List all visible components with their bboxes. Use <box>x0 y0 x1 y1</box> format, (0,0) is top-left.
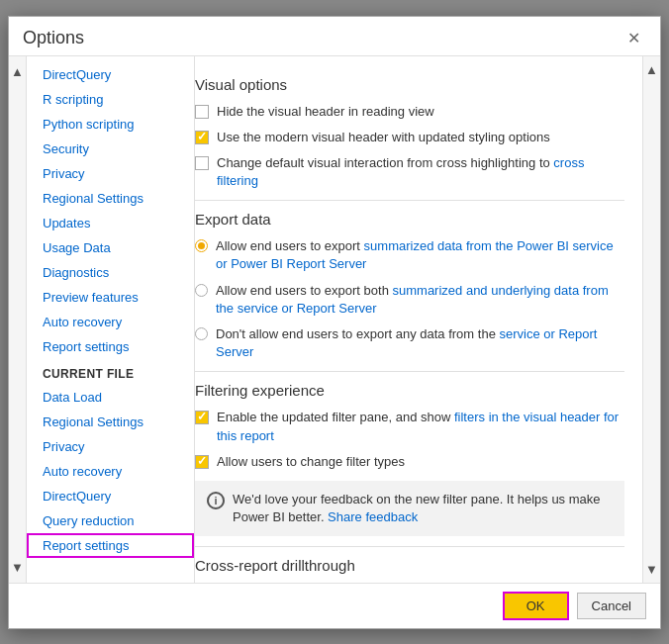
sidebar-item-security[interactable]: Security <box>27 137 194 161</box>
crossreport-title: Cross-report drillthrough <box>195 557 624 574</box>
cancel-button[interactable]: Cancel <box>577 593 646 619</box>
content-scroll-down[interactable]: ▼ <box>639 558 660 581</box>
radio-summarized-label: Allow end users to export summarized dat… <box>216 237 624 273</box>
sidebar-item-dataload[interactable]: Data Load <box>27 385 194 410</box>
sidebar-scroll-area: DirectQuery R scripting Python scripting… <box>27 56 194 583</box>
sidebar-item-autorecovery-current[interactable]: Auto recovery <box>27 459 194 484</box>
dialog-body: ▲ ▼ DirectQuery R scripting Python scrip… <box>9 55 660 583</box>
sidebar-item-rscripting[interactable]: R scripting <box>27 87 194 112</box>
sidebar-item-previewfeatures[interactable]: Preview features <box>27 285 194 310</box>
sidebar-item-diagnostics[interactable]: Diagnostics <box>27 260 194 285</box>
options-dialog: Options ✕ ▲ ▼ DirectQuery R scripting Py… <box>8 16 661 629</box>
share-feedback-link[interactable]: Share feedback <box>328 509 418 524</box>
sidebar-item-directquery[interactable]: DirectQuery <box>27 62 194 87</box>
sidebar: DirectQuery R scripting Python scripting… <box>27 56 195 583</box>
radio-none-label: Don't allow end users to export any data… <box>216 325 624 361</box>
modern-header-label: Use the modern visual header with update… <box>217 129 550 146</box>
modern-header-checkbox[interactable] <box>195 131 209 144</box>
sidebar-item-reportsettings-global[interactable]: Report settings <box>27 334 194 359</box>
sidebar-scroll-arrows: ▲ ▼ <box>9 56 27 583</box>
sidebar-item-autorecovery[interactable]: Auto recovery <box>27 310 194 334</box>
filtering-title: Filtering experience <box>195 382 624 399</box>
info-icon: i <box>207 492 225 509</box>
feedback-info-box: i We'd love your feedback on the new fil… <box>195 481 624 536</box>
title-bar: Options ✕ <box>9 17 660 55</box>
visual-option-cross-filtering: Change default visual interaction from c… <box>195 154 624 190</box>
sidebar-item-directquery-current[interactable]: DirectQuery <box>27 484 194 508</box>
content-scroll-up[interactable]: ▲ <box>639 58 660 81</box>
filter-types-label: Allow users to change filter types <box>217 453 405 471</box>
filtering-section: Filtering experience Enable the updated … <box>195 382 624 536</box>
crossreport-section: Cross-report drillthrough Allow visuals … <box>195 557 624 582</box>
dialog-title: Options <box>23 28 84 48</box>
filter-pane-checkbox[interactable] <box>195 411 209 424</box>
export-radio-both: Allow end users to export both summarize… <box>195 282 624 318</box>
sidebar-item-privacy-current[interactable]: Privacy <box>27 434 194 459</box>
sidebar-item-usagedata[interactable]: Usage Data <box>27 235 194 260</box>
visual-options-section: Visual options Hide the visual header in… <box>195 76 624 191</box>
sidebar-item-pythonscripting[interactable]: Python scripting <box>27 112 194 137</box>
sidebar-item-regionalsettings[interactable]: Regional Settings <box>27 186 194 211</box>
cross-filtering-checkbox[interactable] <box>195 156 209 170</box>
radio-none[interactable] <box>195 327 208 340</box>
radio-summarized[interactable] <box>195 239 208 252</box>
sidebar-item-queryreduction[interactable]: Query reduction <box>27 508 194 533</box>
visual-option-modern-header: Use the modern visual header with update… <box>195 129 624 146</box>
filter-types-checkbox[interactable] <box>195 455 209 469</box>
info-text: We'd love your feedback on the new filte… <box>233 491 613 526</box>
content-area: Visual options Hide the visual header in… <box>177 56 660 583</box>
export-radio-summarized: Allow end users to export summarized dat… <box>195 237 624 273</box>
sidebar-item-reportsettings-current[interactable]: Report settings <box>27 533 194 558</box>
current-file-header: CURRENT FILE <box>27 359 194 385</box>
content-main: Visual options Hide the visual header in… <box>177 56 642 583</box>
close-button[interactable]: ✕ <box>621 27 646 49</box>
radio-both[interactable] <box>195 284 208 297</box>
radio-both-label: Allow end users to export both summarize… <box>216 282 624 318</box>
hide-header-label: Hide the visual header in reading view <box>217 103 434 121</box>
export-radio-none: Don't allow end users to export any data… <box>195 325 624 361</box>
sidebar-item-privacy[interactable]: Privacy <box>27 161 194 186</box>
export-data-section: Export data Allow end users to export su… <box>195 211 624 361</box>
cross-filtering-label: Change default visual interaction from c… <box>217 154 624 190</box>
visual-options-title: Visual options <box>195 76 624 93</box>
visual-option-hide-header: Hide the visual header in reading view <box>195 103 624 121</box>
sidebar-item-regional-current[interactable]: Regional Settings <box>27 410 194 434</box>
sidebar-container: ▲ ▼ DirectQuery R scripting Python scrip… <box>9 56 177 583</box>
sidebar-item-updates[interactable]: Updates <box>27 211 194 235</box>
dialog-footer: OK Cancel <box>9 583 660 628</box>
ok-button[interactable]: OK <box>503 592 569 620</box>
filter-types-option: Allow users to change filter types <box>195 453 624 471</box>
content-scroll-arrows: ▲ ▼ <box>642 56 660 583</box>
filter-pane-label: Enable the updated filter pane, and show… <box>217 409 624 444</box>
filter-pane-option: Enable the updated filter pane, and show… <box>195 409 624 444</box>
export-data-title: Export data <box>195 211 624 228</box>
hide-header-checkbox[interactable] <box>195 105 209 119</box>
